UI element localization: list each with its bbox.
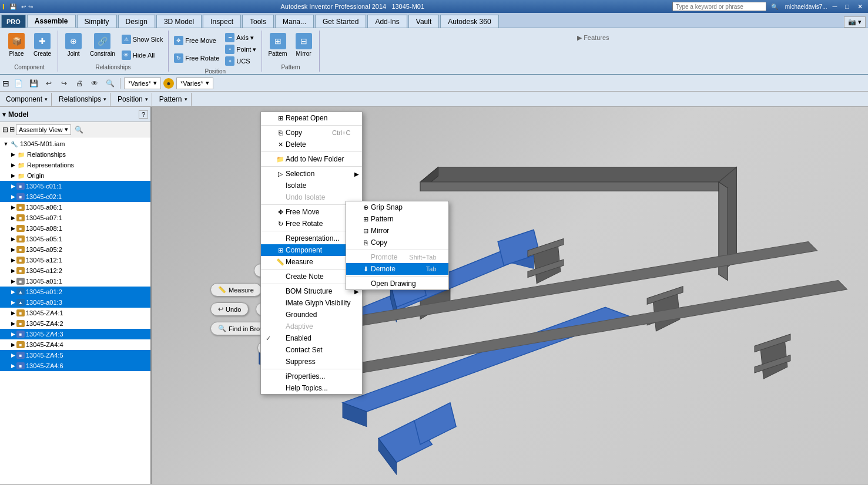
expand-ZA4-5[interactable]: ▶: [9, 352, 16, 358]
tab-pro[interactable]: PRO: [1, 15, 26, 28]
color-btn[interactable]: ●: [163, 78, 174, 89]
cm-imate[interactable]: iMate Glyph Visibility: [261, 297, 362, 309]
minimize-btn[interactable]: ─: [830, 2, 840, 11]
model-help-btn[interactable]: ?: [139, 110, 148, 119]
tree-item-a06[interactable]: ▶ ■ 13045-a06:1: [0, 202, 150, 213]
undo-btn-title[interactable]: ↩: [21, 4, 26, 10]
expand-ZA4-6[interactable]: ▶: [9, 363, 16, 369]
viewport[interactable]: ⊞ Repeat Open ⎘ Copy Ctrl+C ✕ Delete 📁 A…: [152, 107, 868, 484]
tree-item-relationships[interactable]: ▶ 📁 Relationships: [0, 149, 150, 160]
measure-button[interactable]: 📏 Measure: [210, 283, 262, 297]
cam-btn[interactable]: 📷 ▾: [844, 16, 866, 28]
expand-root[interactable]: ▼: [2, 141, 9, 147]
expand-a01-1[interactable]: ▶: [9, 278, 16, 284]
tab-tools[interactable]: Tools: [242, 15, 274, 28]
tree-item-a08[interactable]: ▶ ■ 13045-a08:1: [0, 223, 150, 234]
expand-ZA4-3[interactable]: ▶: [9, 331, 16, 337]
zoom-btn[interactable]: 🔍: [103, 77, 116, 90]
expand-ZA4-2[interactable]: ▶: [9, 321, 16, 326]
subcm-mirror[interactable]: ⊟ Mirror: [346, 225, 448, 237]
varies-dropdown-2[interactable]: *Varies* ▾: [176, 78, 213, 89]
maximize-btn[interactable]: □: [842, 2, 852, 11]
tree-item-a12-2[interactable]: ▶ ■ 13045-a12:2: [0, 265, 150, 276]
tree-item-c02[interactable]: ▶ ■ 13045-c02:1: [0, 191, 150, 202]
save-btn[interactable]: 💾: [27, 77, 40, 90]
tab-autodesk360[interactable]: Autodesk 360: [440, 15, 498, 28]
axis-button[interactable]: ━ Axis ▾: [223, 32, 258, 43]
tree-item-origin[interactable]: ▶ 📁 Origin: [0, 170, 150, 181]
tree-item-root[interactable]: ▼ 🔧 13045-M01.iam: [0, 139, 150, 149]
tree-item-a07[interactable]: ▶ ■ 13045-a07:1: [0, 213, 150, 223]
print-btn[interactable]: 🖨: [73, 77, 86, 90]
expand-ZA4-1[interactable]: ▶: [9, 310, 16, 316]
cm-selection[interactable]: ▷ Selection ▶: [261, 168, 362, 180]
create-button[interactable]: ✚ Create: [31, 32, 54, 58]
cm-suppress[interactable]: Suppress: [261, 356, 362, 368]
expand-relationships[interactable]: ▶: [9, 151, 16, 157]
subcm-copy[interactable]: ⎘ Copy: [346, 237, 448, 248]
cm-enabled[interactable]: ✓ Enabled: [261, 332, 362, 344]
hide-all-button[interactable]: 👁 Hide All: [120, 49, 165, 61]
subcm-demote[interactable]: ⬇ Demote Tab: [346, 263, 448, 275]
tree-item-representations[interactable]: ▶ 📁 Representations: [0, 160, 150, 170]
tree-item-ZA4-2[interactable]: ▶ ■ 13045-ZA4:2: [0, 318, 150, 329]
tree-item-a05-1[interactable]: ▶ ■ 13045-a05:1: [0, 234, 150, 244]
tree-item-ZA4-5[interactable]: ▶ ■ 13045-ZA4:5: [0, 350, 150, 361]
subcm-pattern[interactable]: ⊞ Pattern: [346, 213, 448, 225]
filter-tree-icon[interactable]: ⊟: [2, 126, 8, 134]
undo-float-button[interactable]: ↩ Undo: [210, 302, 249, 316]
tab-design[interactable]: Design: [118, 15, 155, 28]
tree-item-a01-1[interactable]: ▶ ■ 13045-a01:1: [0, 276, 150, 287]
ucs-button[interactable]: ⌖ UCS: [223, 55, 258, 67]
tab-manage[interactable]: Mana...: [275, 15, 314, 28]
sub-position[interactable]: Position ▾: [114, 93, 152, 106]
expand-c01[interactable]: ▶: [9, 183, 16, 189]
expand-origin[interactable]: ▶: [9, 173, 16, 178]
expand-a06[interactable]: ▶: [9, 204, 16, 210]
cm-isolate[interactable]: Isolate: [261, 180, 362, 191]
point-button[interactable]: • Point ▾: [223, 43, 258, 55]
expand-a01-3[interactable]: ▶: [9, 299, 16, 305]
quick-save-btn[interactable]: 💾: [7, 3, 19, 11]
expand-a12-2[interactable]: ▶: [9, 268, 16, 274]
close-btn[interactable]: ✕: [854, 2, 866, 11]
view-btn[interactable]: 👁: [88, 77, 101, 90]
model-dropdown-arrow[interactable]: ▾: [2, 110, 6, 119]
subcm-open-drawing[interactable]: Open Drawing: [346, 278, 448, 289]
cm-help[interactable]: Help Topics...: [261, 382, 362, 394]
expand-a05-1[interactable]: ▶: [9, 236, 16, 242]
tree-item-ZA4-1[interactable]: ▶ ■ 13045-ZA4:1: [0, 308, 150, 318]
tab-get-started[interactable]: Get Started: [315, 15, 366, 28]
sub-pattern[interactable]: Pattern ▾: [156, 93, 192, 106]
free-move-button[interactable]: ✥ Free Move: [172, 35, 221, 46]
search-tree-icon[interactable]: 🔍: [75, 126, 83, 134]
cm-delete[interactable]: ✕ Delete: [261, 139, 362, 150]
tree-item-a12-1[interactable]: ▶ ■ 13045-a12:1: [0, 255, 150, 265]
show-sick-button[interactable]: ⚠ Show Sick: [120, 33, 165, 45]
tab-vault[interactable]: Vault: [408, 15, 439, 28]
redo-btn[interactable]: ↪: [58, 77, 71, 90]
tab-simplify[interactable]: Simplify: [77, 15, 117, 28]
expand-a12-1[interactable]: ▶: [9, 257, 16, 263]
tab-assemble[interactable]: Assemble: [27, 15, 76, 28]
place-button[interactable]: 📦 Place: [5, 32, 28, 58]
new-btn[interactable]: 📄: [12, 77, 25, 90]
cm-repeat-open[interactable]: ⊞ Repeat Open: [261, 112, 362, 124]
tab-addins[interactable]: Add-Ins: [367, 15, 407, 28]
cm-grounded[interactable]: Grounded: [261, 309, 362, 321]
sub-relationships[interactable]: Relationships ▾: [55, 93, 110, 106]
tree-item-ZA4-4[interactable]: ▶ ■ 13045-ZA4:4: [0, 339, 150, 350]
expand-representations[interactable]: ▶: [9, 162, 16, 168]
sub-component[interactable]: Component ▾: [2, 93, 52, 106]
cm-properties[interactable]: iProperties...: [261, 371, 362, 382]
cm-copy[interactable]: ⎘ Copy Ctrl+C: [261, 127, 362, 139]
redo-btn-title[interactable]: ↪: [28, 4, 33, 10]
cm-add-folder[interactable]: 📁 Add to New Folder: [261, 153, 362, 165]
pattern-button[interactable]: ⊞ Pattern: [266, 32, 289, 58]
expand-ZA4-4[interactable]: ▶: [9, 342, 16, 348]
expand-a05-2[interactable]: ▶: [9, 247, 16, 252]
undo-btn[interactable]: ↩: [42, 77, 55, 90]
tree-item-c01[interactable]: ▶ ■ 13045-c01:1: [0, 181, 150, 191]
tab-inspect[interactable]: Inspect: [203, 15, 241, 28]
expand-a07[interactable]: ▶: [9, 215, 16, 221]
